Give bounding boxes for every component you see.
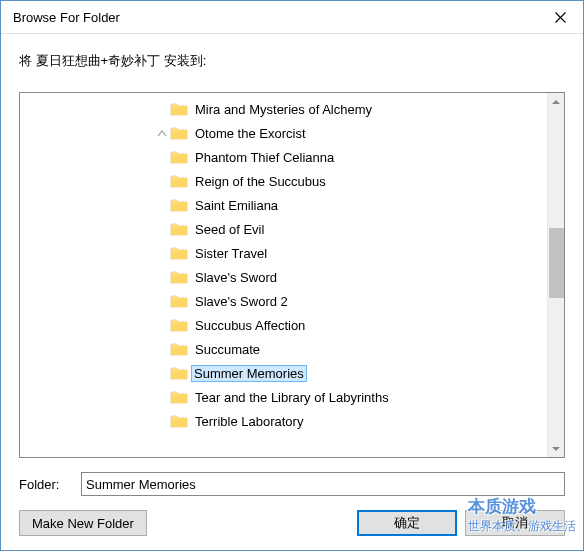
tree-item-label: Succumate	[194, 342, 261, 357]
tree-item[interactable]: Slave's Sword 2	[20, 289, 547, 313]
scrollbar-track-area[interactable]	[548, 110, 564, 440]
folder-icon	[170, 222, 188, 236]
folder-icon	[170, 174, 188, 188]
tree-item[interactable]: Succubus Affection	[20, 313, 547, 337]
bottom-panel: Folder: Make New Folder 确定 取消	[19, 458, 565, 536]
scroll-up-button[interactable]	[548, 93, 564, 110]
chevron-right-icon	[156, 127, 168, 139]
tree-item-label: Mira and Mysteries of Alchemy	[194, 102, 373, 117]
close-button[interactable]	[537, 1, 583, 33]
tree-item[interactable]: Reign of the Succubus	[20, 169, 547, 193]
folder-tree-list[interactable]: Mira and Mysteries of AlchemyOtome the E…	[20, 93, 547, 457]
button-row: Make New Folder 确定 取消	[19, 510, 565, 536]
scroll-down-button[interactable]	[548, 440, 564, 457]
folder-row: Folder:	[19, 472, 565, 496]
cancel-button[interactable]: 取消	[465, 510, 565, 536]
titlebar-text: Browse For Folder	[13, 10, 537, 25]
chevron-down-icon	[552, 445, 560, 453]
install-prompt: 将 夏日狂想曲+奇妙补丁 安装到:	[19, 52, 565, 70]
folder-icon	[170, 246, 188, 260]
folder-icon	[170, 126, 188, 140]
scrollbar-thumb[interactable]	[549, 228, 564, 298]
tree-item[interactable]: Saint Emiliana	[20, 193, 547, 217]
tree-item-label: Tear and the Library of Labyrinths	[194, 390, 390, 405]
dialog-content: 将 夏日狂想曲+奇妙补丁 安装到: Mira and Mysteries of …	[1, 34, 583, 550]
titlebar[interactable]: Browse For Folder	[1, 1, 583, 34]
tree-item[interactable]: Tear and the Library of Labyrinths	[20, 385, 547, 409]
folder-icon	[170, 390, 188, 404]
tree-item[interactable]: Terrible Laboratory	[20, 409, 547, 433]
folder-icon	[170, 342, 188, 356]
browse-folder-dialog: Browse For Folder 将 夏日狂想曲+奇妙补丁 安装到: Mira…	[0, 0, 584, 551]
tree-item-label: Otome the Exorcist	[194, 126, 307, 141]
tree-item[interactable]: Sister Travel	[20, 241, 547, 265]
tree-item[interactable]: Mira and Mysteries of Alchemy	[20, 97, 547, 121]
tree-item-label: Sister Travel	[194, 246, 268, 261]
make-new-folder-button[interactable]: Make New Folder	[19, 510, 147, 536]
tree-item-label: Phantom Thief Celianna	[194, 150, 335, 165]
close-icon	[555, 12, 566, 23]
tree-item[interactable]: Summer Memories	[20, 361, 547, 385]
folder-icon	[170, 150, 188, 164]
folder-input[interactable]	[81, 472, 565, 496]
folder-icon	[170, 102, 188, 116]
tree-item-label: Saint Emiliana	[194, 198, 279, 213]
tree-item-label: Seed of Evil	[194, 222, 265, 237]
tree-item[interactable]: Seed of Evil	[20, 217, 547, 241]
tree-item-label: Slave's Sword	[194, 270, 278, 285]
tree-item[interactable]: Phantom Thief Celianna	[20, 145, 547, 169]
tree-item-label: Terrible Laboratory	[194, 414, 304, 429]
folder-icon	[170, 198, 188, 212]
scrollbar	[547, 93, 564, 457]
folder-icon	[170, 414, 188, 428]
chevron-up-icon	[552, 98, 560, 106]
folder-icon	[170, 366, 188, 380]
folder-icon	[170, 270, 188, 284]
tree-item[interactable]: Succumate	[20, 337, 547, 361]
folder-label: Folder:	[19, 477, 71, 492]
folder-tree: Mira and Mysteries of AlchemyOtome the E…	[19, 92, 565, 458]
ok-button[interactable]: 确定	[357, 510, 457, 536]
folder-icon	[170, 318, 188, 332]
folder-icon	[170, 294, 188, 308]
tree-item-label: Reign of the Succubus	[194, 174, 327, 189]
tree-item-label: Summer Memories	[191, 365, 307, 382]
tree-item[interactable]: Slave's Sword	[20, 265, 547, 289]
tree-item-label: Slave's Sword 2	[194, 294, 289, 309]
tree-item[interactable]: Otome the Exorcist	[20, 121, 547, 145]
tree-item-label: Succubus Affection	[194, 318, 306, 333]
